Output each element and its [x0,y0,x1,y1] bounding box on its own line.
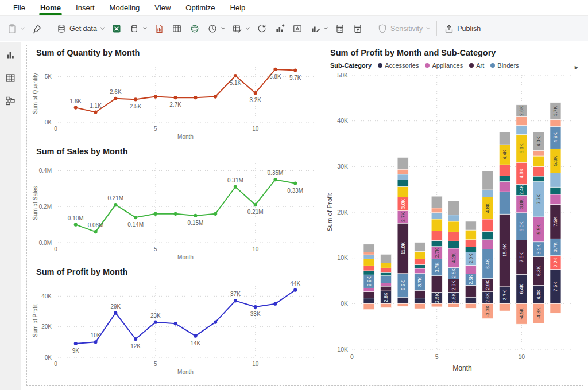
get-data-button[interactable]: Get data [53,19,107,38]
paste-icon [7,24,17,34]
svg-text:0.21M: 0.21M [107,195,123,201]
refresh-button[interactable] [253,19,270,38]
menu-item-file[interactable]: File [6,1,33,15]
menu-item-optimize[interactable]: Optimize [178,1,222,15]
visual-title: Sum of Quantity by Month [30,45,323,58]
svg-text:5: 5 [154,361,157,367]
view-rail [0,42,21,390]
svg-text:5: 5 [154,246,157,252]
menu-item-view[interactable]: View [147,1,178,15]
svg-text:0K: 0K [341,300,348,307]
svg-text:3.2K: 3.2K [249,97,261,103]
ribbon-toolbar: Get dataSensitivityPublish [0,15,588,41]
svg-text:40K: 40K [41,293,52,299]
svg-text:50K: 50K [337,72,348,79]
svg-text:30K: 30K [337,163,348,170]
menu-item-insert[interactable]: Insert [68,1,102,15]
sidebar-item-data-view[interactable] [3,72,18,87]
svg-text:5.5K: 5.5K [536,224,541,235]
new-visual-icon [274,24,285,34]
svg-text:Month: Month [177,369,194,375]
svg-text:-4.3K: -4.3K [536,307,541,319]
svg-text:3.2K: 3.2K [536,244,541,254]
dataverse-icon [189,24,200,34]
new-visual-button[interactable] [271,19,288,38]
svg-text:-10K: -10K [335,346,348,353]
legend-dot-icon [469,63,474,68]
svg-text:5.1K: 5.1K [230,80,242,86]
svg-text:37K: 37K [230,291,241,297]
onelake-data-hub-button[interactable] [126,19,150,38]
svg-text:4.8K: 4.8K [519,168,524,178]
legend-item-accessories[interactable]: Accessories [378,62,419,69]
transform-data-icon [232,24,242,34]
svg-text:3.7K: 3.7K [502,290,508,301]
sensitivity-button[interactable]: Sensitivity [374,19,433,38]
legend-item-art[interactable]: Art [469,62,484,69]
paste-button[interactable] [3,19,28,38]
svg-text:10: 10 [519,353,525,360]
svg-text:2.6K: 2.6K [519,106,524,116]
enter-data-button[interactable] [168,19,185,38]
chevron-down-icon [221,26,225,30]
svg-text:10: 10 [252,126,259,132]
svg-text:0: 0 [54,361,57,367]
transform-data-button[interactable] [229,19,253,38]
profit-subcategory-stacked-visual[interactable]: Sum of Profit by Month and Sub-Category … [324,45,581,379]
svg-text:2.8K: 2.8K [383,292,389,302]
toolbar-divider [488,21,488,36]
excel-workbook-button[interactable] [108,19,125,38]
svg-text:3.0K: 3.0K [400,199,406,209]
svg-text:2.5K: 2.5K [468,274,474,284]
publish-button[interactable]: Publish [440,19,484,38]
sidebar-item-model-view[interactable] [3,95,18,110]
legend-item-appliances[interactable]: Appliances [425,62,463,69]
sidebar-item-report-view[interactable] [3,49,18,64]
svg-text:5.7K: 5.7K [289,75,301,81]
text-box-icon [292,24,303,34]
svg-text:3.7K: 3.7K [552,106,558,116]
svg-text:2.6K: 2.6K [485,292,490,303]
svg-text:5.8K: 5.8K [269,73,281,80]
profit-line-chart[interactable]: 0K20K40K0510MonthSum of Profit9K10K29K12… [30,277,323,379]
svg-text:0: 0 [350,353,354,360]
sales-line-chart[interactable]: 0.0M0.2M0.4M0510MonthSum of Sales0.10M0.… [30,157,323,264]
menu-item-modeling[interactable]: Modeling [102,1,148,15]
more-visuals-button[interactable] [307,19,331,38]
recent-sources-button[interactable] [204,19,228,38]
menu-item-help[interactable]: Help [223,1,253,15]
svg-text:6.1K: 6.1K [519,143,524,154]
svg-text:10K: 10K [337,254,348,261]
svg-text:1.1K: 1.1K [90,103,102,109]
svg-text:-4.5K: -4.5K [519,308,524,320]
new-measure-button[interactable] [331,19,349,38]
profit-line-visual[interactable]: Sum of Profit by Month 0K20K40K0510Month… [30,264,323,379]
visual-title: Sum of Profit by Month and Sub-Category [324,45,581,58]
svg-text:14K: 14K [190,340,200,346]
svg-text:5: 5 [435,353,439,360]
model-view-icon [5,95,16,109]
quantity-line-visual[interactable]: Sum of Quantity by Month 0K5K0510MonthSu… [30,45,323,144]
svg-text:4.0K: 4.0K [536,289,541,299]
text-box-button[interactable] [289,19,306,38]
dataverse-button[interactable] [186,19,203,38]
quantity-line-chart[interactable]: 0K5K0510MonthSum of Quantity1.6K1.1K2.6K… [30,58,323,144]
profit-subcategory-stacked-chart[interactable]: -10K0K10K20K30K40K50K0510MonthSum of Pro… [324,71,581,377]
svg-text:6.0K: 6.0K [519,221,524,232]
legend: Sub-Category AccessoriesAppliancesArtBin… [324,58,581,71]
sales-line-visual[interactable]: Sum of Sales by Month 0.0M0.2M0.4M0510Mo… [30,144,323,264]
legend-scroll-right-icon[interactable]: ▶ [575,65,578,70]
format-painter-button[interactable] [28,19,45,38]
svg-text:2.9K: 2.9K [485,280,490,290]
svg-text:0: 0 [54,246,57,252]
legend-item-binders[interactable]: Binders [490,62,519,69]
menu-item-home[interactable]: Home [33,1,68,15]
svg-text:2.5K: 2.5K [451,268,457,278]
quick-measure-button[interactable] [349,19,366,38]
sql-server-button[interactable] [150,19,168,38]
svg-text:10K: 10K [91,332,101,338]
chevron-down-icon [100,26,105,30]
recent-sources-icon [207,24,218,34]
report-page[interactable]: Sum of Quantity by Month 0K5K0510MonthSu… [26,45,583,386]
format-painter-icon [32,24,42,34]
